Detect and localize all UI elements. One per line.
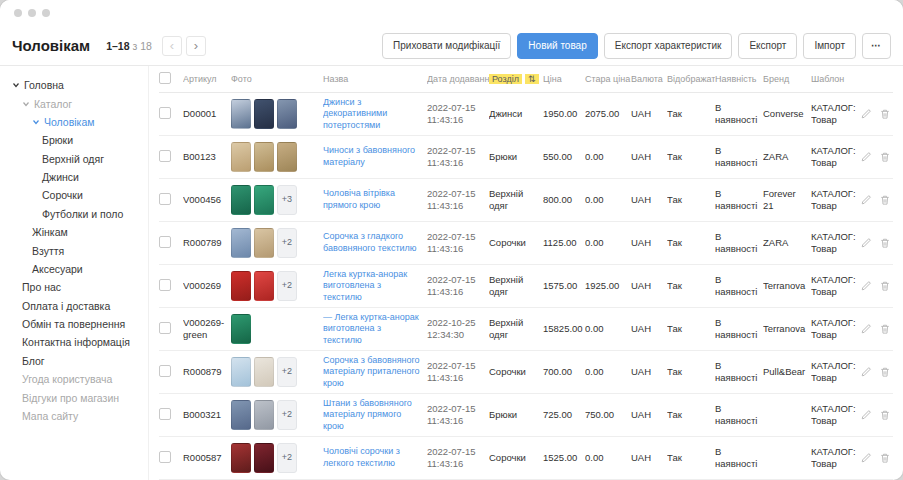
product-photo[interactable] [254,357,274,387]
edit-icon[interactable] [861,323,872,335]
delete-icon[interactable] [879,366,891,378]
more-actions-button[interactable]: ⋯ [862,33,891,59]
column-header[interactable]: Розділ⇅ [489,74,543,84]
product-name-link[interactable]: Легка куртка-анорак виготовлена з тексти… [323,269,421,304]
column-header[interactable]: Артикул [183,74,231,84]
column-header[interactable]: Ціна [543,74,585,84]
sidebar-item[interactable]: Аксесуари [12,260,142,278]
import-button[interactable]: Імпорт [803,33,856,59]
product-photo[interactable] [231,357,251,387]
more-photos-badge[interactable]: +3 [277,185,297,215]
sidebar-item[interactable]: Головна [12,76,142,94]
product-photo[interactable] [254,185,274,215]
row-checkbox[interactable] [159,408,171,420]
edit-icon[interactable] [861,280,872,292]
sidebar-item[interactable]: Обмін та повернення [12,315,142,333]
window-control-dot[interactable] [42,9,50,17]
product-name-link[interactable]: Чоловіча вітрівка прямого крою [323,188,421,211]
window-control-dot[interactable] [28,9,36,17]
product-photo[interactable] [231,228,251,258]
sidebar-item[interactable]: Контактна інформація [12,333,142,351]
product-photo[interactable] [231,99,251,129]
column-header[interactable]: Фото [231,74,323,84]
column-header[interactable]: Дата додавання [427,74,489,84]
row-checkbox[interactable] [159,365,171,377]
sidebar-item[interactable]: Чоловікам [12,113,142,131]
row-checkbox[interactable] [159,193,171,205]
sidebar-item[interactable]: Джинси [12,168,142,186]
column-header[interactable]: Валюта [631,74,667,84]
sidebar-item[interactable]: Про нас [12,278,142,296]
sidebar-item[interactable]: Взуття [12,241,142,259]
product-photo[interactable] [231,271,251,301]
sidebar-item[interactable]: Верхній одяг [12,150,142,168]
sidebar-item[interactable]: Сорочки [12,186,142,204]
more-photos-badge[interactable]: +2 [277,357,297,387]
more-photos-badge[interactable]: +2 [277,400,297,430]
column-header[interactable]: Стара ціна [585,74,631,84]
delete-icon[interactable] [879,108,891,120]
sidebar-item[interactable]: Відгуки про магазин [12,388,142,406]
row-checkbox[interactable] [159,107,171,119]
sidebar-item[interactable]: Угода користувача [12,370,142,388]
row-checkbox[interactable] [159,451,171,463]
column-header[interactable]: Назва [323,74,427,84]
product-name-link[interactable]: Штани з бавовняного матеріалу прямого кр… [323,398,421,433]
edit-icon[interactable] [861,151,872,163]
edit-icon[interactable] [861,108,872,120]
sidebar-item[interactable]: Блог [12,352,142,370]
sort-icon[interactable]: ⇅ [525,74,539,84]
delete-icon[interactable] [879,194,891,206]
sidebar-item[interactable]: Каталог [12,94,142,112]
prev-page-button[interactable]: ‹ [162,36,182,56]
product-photo[interactable] [231,443,251,473]
export-button[interactable]: Експорт [738,33,797,59]
product-name-link[interactable]: Сорочка з гладкого бавовняного текстилю [323,231,421,254]
product-photo[interactable] [277,142,297,172]
product-photo[interactable] [254,228,274,258]
product-photo[interactable] [231,314,251,344]
row-checkbox[interactable] [159,150,171,162]
product-photo[interactable] [254,271,274,301]
select-all-checkbox[interactable] [159,72,171,84]
row-checkbox[interactable] [159,279,171,291]
export-characteristics-button[interactable]: Експорт характеристик [604,33,733,59]
product-name-link[interactable]: Джинси з декоративними потертостями [323,97,421,132]
more-photos-badge[interactable]: +2 [277,228,297,258]
sidebar-item[interactable]: Оплата і доставка [12,297,142,315]
delete-icon[interactable] [879,452,891,464]
edit-icon[interactable] [861,409,872,421]
product-photo[interactable] [277,99,297,129]
product-photo[interactable] [254,142,274,172]
new-product-button[interactable]: Новий товар [517,33,597,59]
product-name-link[interactable]: Сорочка з бавовняного матеріалу притален… [323,355,421,390]
delete-icon[interactable] [879,237,891,249]
edit-icon[interactable] [861,452,872,464]
column-header[interactable]: Бренд [763,74,811,84]
delete-icon[interactable] [879,280,891,292]
more-photos-badge[interactable]: +2 [277,443,297,473]
product-photo[interactable] [254,400,274,430]
delete-icon[interactable] [879,151,891,163]
next-page-button[interactable]: › [186,36,206,56]
row-checkbox[interactable] [159,236,171,248]
column-header[interactable]: Наявність [715,74,763,84]
product-name-link[interactable]: Чоловічі сорочки з легкого текстилю [323,446,421,469]
hide-modifications-button[interactable]: Приховати модифікації [382,33,511,59]
product-photo[interactable] [231,400,251,430]
product-photo[interactable] [231,142,251,172]
product-photo[interactable] [254,443,274,473]
sidebar-item[interactable]: Мапа сайту [12,407,142,425]
sidebar-item[interactable]: Жінкам [12,223,142,241]
product-name-link[interactable]: Чиноси з бавовняного матеріалу [323,145,421,168]
more-photos-badge[interactable]: +2 [277,271,297,301]
edit-icon[interactable] [861,194,872,206]
edit-icon[interactable] [861,237,872,249]
product-photo[interactable] [254,99,274,129]
product-photo[interactable] [231,185,251,215]
column-header[interactable]: Шаблон [811,74,861,84]
row-checkbox[interactable] [159,322,171,334]
delete-icon[interactable] [879,409,891,421]
edit-icon[interactable] [861,366,872,378]
window-control-dot[interactable] [14,9,22,17]
